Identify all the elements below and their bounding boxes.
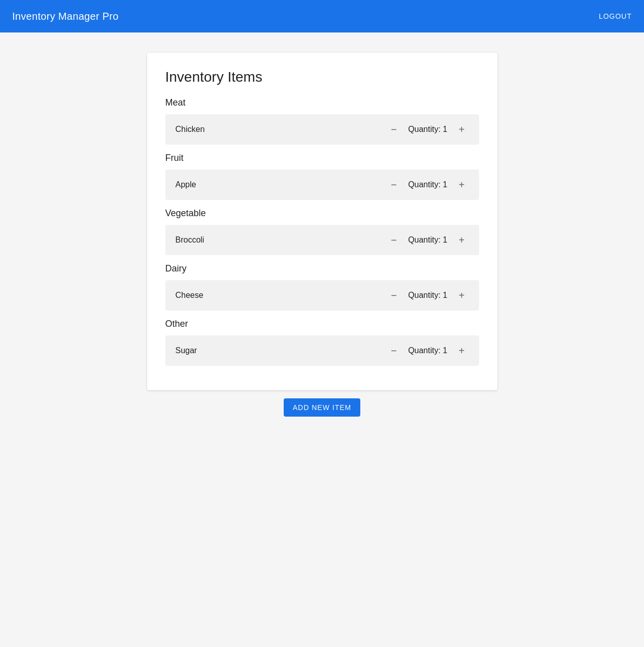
category-label-other: Other (165, 319, 479, 329)
item-name-apple: Apple (176, 180, 196, 189)
category-fruit: Fruit Apple − Quantity: 1 + (165, 153, 479, 200)
decrement-button-broccoli[interactable]: − (387, 233, 401, 247)
list-item: Sugar − Quantity: 1 + (165, 335, 479, 366)
item-controls-chicken: − Quantity: 1 + (387, 122, 468, 137)
list-item: Apple − Quantity: 1 + (165, 169, 479, 200)
page-title: Inventory Items (165, 69, 479, 85)
item-controls-cheese: − Quantity: 1 + (387, 288, 468, 302)
increment-button-cheese[interactable]: + (455, 288, 469, 302)
decrement-button-apple[interactable]: − (387, 178, 401, 192)
category-label-dairy: Dairy (165, 263, 479, 274)
category-vegetable: Vegetable Broccoli − Quantity: 1 + (165, 208, 479, 255)
item-name-broccoli: Broccoli (176, 235, 205, 245)
item-name-sugar: Sugar (176, 346, 197, 355)
quantity-apple: Quantity: 1 (408, 180, 447, 189)
increment-button-chicken[interactable]: + (455, 122, 469, 137)
app-header: Inventory Manager Pro LOGOUT (0, 0, 644, 32)
item-controls-apple: − Quantity: 1 + (387, 178, 468, 192)
category-label-fruit: Fruit (165, 153, 479, 163)
decrement-button-cheese[interactable]: − (387, 288, 401, 302)
logout-button[interactable]: LOGOUT (599, 12, 632, 20)
item-controls-broccoli: − Quantity: 1 + (387, 233, 468, 247)
category-label-meat: Meat (165, 97, 479, 108)
app-title: Inventory Manager Pro (12, 11, 119, 22)
quantity-chicken: Quantity: 1 (408, 125, 447, 134)
list-item: Chicken − Quantity: 1 + (165, 114, 479, 145)
add-new-item-button[interactable]: ADD NEW ITEM (284, 398, 360, 417)
increment-button-broccoli[interactable]: + (455, 233, 469, 247)
category-dairy: Dairy Cheese − Quantity: 1 + (165, 263, 479, 311)
increment-button-apple[interactable]: + (455, 178, 469, 192)
quantity-cheese: Quantity: 1 (408, 291, 447, 300)
list-item: Broccoli − Quantity: 1 + (165, 225, 479, 255)
item-name-cheese: Cheese (176, 291, 204, 300)
main-content: Inventory Items Meat Chicken − Quantity:… (0, 32, 644, 437)
item-controls-sugar: − Quantity: 1 + (387, 344, 468, 358)
item-name-chicken: Chicken (176, 125, 205, 134)
list-item: Cheese − Quantity: 1 + (165, 280, 479, 311)
increment-button-sugar[interactable]: + (455, 344, 469, 358)
category-meat: Meat Chicken − Quantity: 1 + (165, 97, 479, 145)
inventory-card: Inventory Items Meat Chicken − Quantity:… (147, 53, 497, 390)
quantity-sugar: Quantity: 1 (408, 346, 447, 355)
decrement-button-chicken[interactable]: − (387, 122, 401, 137)
category-other: Other Sugar − Quantity: 1 + (165, 319, 479, 366)
decrement-button-sugar[interactable]: − (387, 344, 401, 358)
quantity-broccoli: Quantity: 1 (408, 235, 447, 245)
category-label-vegetable: Vegetable (165, 208, 479, 219)
